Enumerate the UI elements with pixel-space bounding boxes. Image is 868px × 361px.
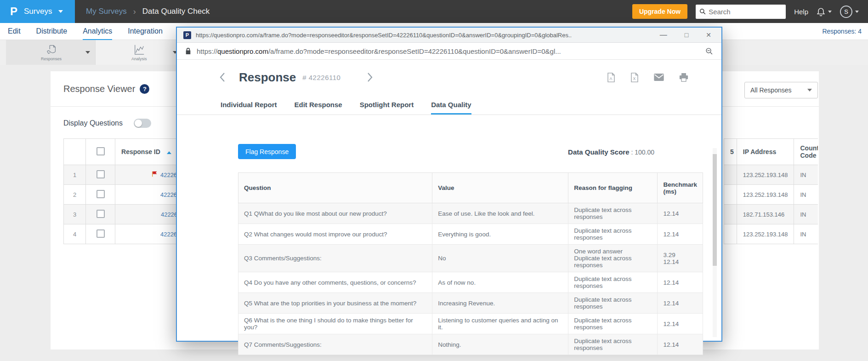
dq-table-body: Q1 QWhat do you like most about our new … — [238, 203, 703, 355]
score-value: : 100.00 — [630, 149, 655, 156]
row-checkbox[interactable] — [96, 190, 105, 198]
search-box[interactable] — [696, 5, 786, 19]
dq-reason-cell: Duplicate text across responses — [568, 293, 658, 314]
dq-value-cell: Increasing Revenue. — [432, 293, 568, 314]
clipped-cell — [724, 165, 737, 185]
dq-question-cell: Q2 What changes would most improve our p… — [238, 224, 432, 245]
responses-tool-label: Responses — [41, 57, 62, 61]
export-pdf-icon[interactable]: A — [607, 73, 615, 82]
dq-question-cell: Q1 QWhat do you like most about our new … — [238, 203, 432, 224]
next-response-chevron-right-icon[interactable] — [367, 72, 373, 82]
responses-table-body-right: 123.252.193.148IN123.252.193.148IN182.71… — [724, 165, 818, 244]
print-icon[interactable] — [679, 73, 688, 82]
country-code-cell: IN — [794, 224, 818, 244]
row-checkbox[interactable] — [96, 170, 105, 178]
minimize-icon[interactable]: — — [660, 31, 667, 39]
response-popup-window: P https://questionpro.com/a/frame.do?mod… — [176, 27, 722, 342]
dq-row: Q1 QWhat do you like most about our new … — [238, 203, 703, 224]
tab-data-quality[interactable]: Data Quality — [431, 101, 471, 115]
account-menu[interactable]: S — [840, 6, 859, 18]
chevron-down-icon[interactable] — [85, 51, 90, 54]
popup-body: Response # 42226110 A X Individual Repor… — [177, 60, 721, 340]
display-questions-toggle[interactable] — [134, 119, 151, 128]
clipped-cell — [724, 185, 737, 205]
ip-address-cell: 123.252.193.148 — [737, 165, 794, 185]
dq-value-cell: Nothing. — [432, 334, 568, 355]
svg-text:A: A — [610, 76, 613, 80]
dq-benchmark-cell: 12.14 — [658, 314, 703, 334]
top-bar: P Surveys My Surveys › Data Quality Chec… — [0, 0, 868, 23]
lock-icon — [185, 47, 191, 55]
tab-edit-response[interactable]: Edit Response — [295, 101, 342, 115]
help-icon[interactable]: ? — [140, 84, 149, 94]
window-controls: — □ ✕ — [651, 31, 715, 39]
product-switcher[interactable]: P Surveys — [0, 0, 75, 23]
dq-row: Q5 What are the top priorities in your b… — [238, 293, 703, 314]
popup-scrollbar-track[interactable] — [713, 148, 717, 337]
row-number: 2 — [64, 185, 86, 205]
nav-tab-analytics[interactable]: Analytics — [83, 23, 112, 40]
all-responses-label: All Responses — [750, 86, 792, 94]
popup-scrollbar-thumb[interactable] — [713, 154, 717, 266]
breadcrumb-separator: › — [133, 7, 136, 17]
toolbar-group-responses[interactable]: Responses — [6, 40, 95, 65]
select-all-checkbox[interactable] — [96, 147, 105, 155]
dq-question-cell: Q7 Comments/Suggestions: — [238, 334, 432, 355]
tab-spotlight-report[interactable]: Spotlight Report — [360, 101, 414, 115]
popup-address-bar[interactable]: https://questionpro.com/a/frame.do?mode=… — [177, 43, 721, 60]
notifications-menu[interactable] — [817, 7, 832, 16]
reason-header: Reason for flagging — [568, 173, 658, 203]
row-checkbox[interactable] — [96, 229, 105, 238]
previous-response-chevron-left-icon[interactable] — [220, 72, 225, 82]
upgrade-now-button[interactable]: Upgrade Now — [632, 4, 687, 19]
display-questions-row: Display Questions — [63, 119, 151, 128]
help-link[interactable]: Help — [794, 8, 808, 16]
responses-tool: Responses — [41, 44, 62, 61]
export-excel-icon[interactable]: X — [630, 73, 639, 82]
address-url: https://questionpro.com/a/frame.do?mode=… — [197, 47, 700, 55]
row-number: 3 — [64, 205, 86, 224]
tab-individual-report[interactable]: Individual Report — [221, 101, 277, 115]
zoom-out-icon[interactable] — [705, 47, 713, 55]
breadcrumb-my-surveys[interactable]: My Surveys — [86, 7, 127, 16]
topbar-right: Upgrade Now Help S — [632, 4, 868, 19]
analysis-tool-label: Analysis — [131, 57, 147, 61]
product-label: Surveys — [24, 7, 52, 16]
dq-reason-cell: Duplicate text across responses — [568, 224, 658, 245]
dq-benchmark-cell: 12.14 — [658, 224, 703, 245]
country-code-header[interactable]: Country Code — [794, 139, 818, 165]
ip-address-cell: 123.252.193.148 — [737, 185, 794, 205]
dq-value-cell: No — [432, 245, 568, 272]
dq-row: Q4 Do you have any other comments, quest… — [238, 272, 703, 293]
dq-row: Q7 Comments/Suggestions:Nothing.Duplicat… — [238, 334, 703, 355]
popup-title-url: https://questionpro.com/a/frame.do?mode=… — [196, 32, 646, 39]
breadcrumb: My Surveys › Data Quality Check — [86, 7, 210, 17]
email-icon[interactable] — [654, 74, 664, 81]
close-icon[interactable]: ✕ — [706, 32, 711, 38]
nav-tab-distribute[interactable]: Distribute — [36, 23, 68, 40]
row-checkbox-cell — [86, 224, 115, 244]
row-number: 1 — [64, 165, 86, 185]
response-title: Response — [239, 70, 296, 85]
search-input[interactable] — [709, 8, 777, 16]
all-responses-dropdown[interactable]: All Responses — [744, 82, 818, 98]
display-questions-label: Display Questions — [63, 119, 123, 127]
ip-address-header[interactable]: IP Address — [737, 139, 794, 165]
bell-icon — [817, 7, 825, 16]
row-checkbox-cell — [86, 205, 115, 224]
nav-tab-edit[interactable]: Edit — [8, 23, 21, 40]
flag-response-button[interactable]: Flag Response — [238, 144, 296, 159]
popup-title-bar[interactable]: P https://questionpro.com/a/frame.do?mod… — [177, 28, 721, 43]
export-actions: A X — [607, 66, 688, 88]
dq-reason-cell: Duplicate text across responses — [568, 314, 658, 334]
dq-header-row: Question Value Reason for flagging Bench… — [238, 173, 703, 203]
value-header: Value — [432, 173, 568, 203]
data-quality-table: Question Value Reason for flagging Bench… — [238, 172, 703, 355]
maximize-icon[interactable]: □ — [685, 32, 688, 38]
screen: P Surveys My Surveys › Data Quality Chec… — [0, 0, 868, 361]
nav-tab-integration[interactable]: Integration — [128, 23, 163, 40]
dq-benchmark-cell: 3.29 12.14 — [658, 245, 703, 272]
row-checkbox[interactable] — [96, 210, 105, 218]
responses-table-right-cols: 5 IP Address Country Code 123.252.193.14… — [724, 138, 818, 244]
select-all-header — [86, 139, 115, 165]
